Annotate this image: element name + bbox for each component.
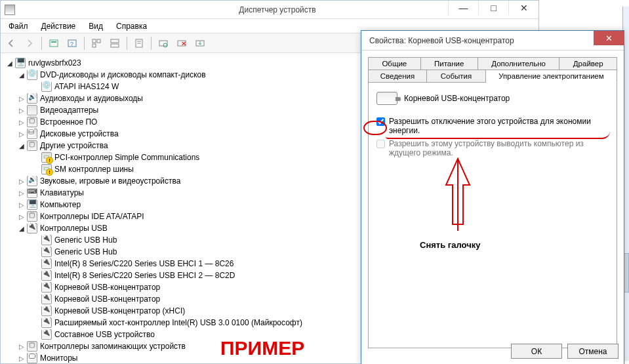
menu-view[interactable]: Вид [83,20,108,32]
tree-item-label: DVD-дисководы и дисководы компакт-дисков [40,70,206,79]
tree-expander-icon[interactable]: ▷ [18,106,26,114]
prop-close-button[interactable]: ✕ [594,31,624,45]
usb-icon [41,258,52,269]
cancel-button[interactable]: Отмена [567,344,619,359]
tree-item-label: Составное USB устройство [54,330,155,339]
tree-item-label: Встроенное ПО [40,117,97,127]
allow-turnoff-row: Разрешить отключение этого устройства дл… [376,117,609,135]
tree-expander-icon[interactable]: ◢ [18,142,26,150]
card-icon [41,164,52,174]
computer-icon [15,58,26,68]
svg-rect-4 [92,39,96,43]
menu-action[interactable]: Действие [36,20,81,32]
usb-icon [41,294,52,304]
tree-expander-icon[interactable]: ◢ [18,224,26,232]
toolbar-back-icon[interactable] [3,35,19,51]
tree-item-label: Клавиатуры [40,188,84,197]
tree-expander-none [32,331,40,338]
toolbar-sep [151,37,152,50]
tab-panel: Корневой USB-концентратор Разрешить откл… [368,83,617,348]
allow-wake-label: Разрешить этому устройству выводить комп… [389,139,609,157]
tab-power-mgmt[interactable]: Управление электропитанием [486,70,617,83]
tree-item-label: ruvlgwsbrfx023 [28,58,81,68]
close-button[interactable]: ✕ [508,1,538,15]
properties-dialog: Свойства: Корневой USB-концентратор ✕ Об… [361,30,624,364]
device-name: Корневой USB-концентратор [404,94,510,103]
tree-item-label: Компьютер [40,200,81,209]
usb-icon [41,329,52,340]
usb-icon [41,306,52,316]
tree-item-label: Корневой USB-концентратор (xHCI) [54,306,185,315]
tree-item-label: Intel(R) 8 Series/C220 Series USB EHCI 1… [54,259,233,268]
tree-expander-icon[interactable]: ▷ [18,354,26,362]
tree-expander-icon[interactable]: ▷ [18,94,26,102]
tree-expander-icon[interactable]: ▷ [18,342,26,350]
disc-icon [41,81,52,92]
toolbar-scan-hw-icon[interactable] [155,35,171,51]
allow-turnoff-label[interactable]: Разрешить отключение этого устройства дл… [389,117,609,135]
tree-expander-none [32,153,40,161]
maximize-button[interactable]: □ [478,1,508,15]
usb-icon [41,247,52,257]
prop-titlebar: Свойства: Корневой USB-концентратор ✕ [361,31,624,51]
sound-icon [27,176,37,186]
usb-icon [41,282,52,293]
tree-expander-icon[interactable]: ▷ [18,130,26,138]
tree-expander-icon[interactable]: ◢ [6,59,14,67]
tree-expander-icon[interactable]: ▷ [18,177,26,185]
underlying-scrollbar [624,253,629,293]
menu-help[interactable]: Справка [111,20,152,32]
keyboard-icon [27,188,37,198]
toolbar-by-type-icon[interactable] [89,35,104,51]
tree-item-label: Видеоадаптеры [40,106,98,115]
toolbar-forward-icon[interactable] [22,35,37,51]
usb-icon [41,270,52,281]
tree-expander-none [32,295,40,303]
svg-rect-5 [97,39,100,43]
toolbar-by-conn-icon[interactable] [107,35,123,51]
tree-item-label: Мониторы [40,354,77,363]
allow-wake-checkbox [376,140,385,148]
tree-item-label: Другие устройства [40,141,108,150]
dm-app-icon [5,5,15,15]
tab-general[interactable]: Общие [368,57,421,70]
tree-expander-icon[interactable]: ◢ [18,71,26,79]
tree-expander-none [32,272,40,279]
toolbar-sep [127,37,127,50]
tab-power[interactable]: Питание [421,57,478,70]
ok-button[interactable]: ОК [511,344,562,359]
svg-text:?: ? [70,41,73,47]
svg-text:✕: ✕ [181,40,186,47]
toolbar-help-icon[interactable]: ? [64,35,80,51]
allow-turnoff-checkbox[interactable] [376,117,385,126]
toolbar-uninstall-icon[interactable]: ✕ [174,35,190,51]
usb-hub-icon [376,92,397,105]
tree-item-label: PCI-контроллер Simple Communications [54,153,199,162]
svg-point-13 [163,43,167,47]
toolbar-show-hidden-icon[interactable] [46,35,62,51]
minimize-button[interactable]: — [448,1,478,15]
tree-item-label: Generic USB Hub [54,235,117,245]
video-icon [27,105,37,115]
tree-item-label: Контроллеры запоминающих устройств [40,342,186,351]
tree-expander-icon[interactable]: ▷ [18,189,26,197]
card-icon [41,152,52,163]
tree-item-label: Корневой USB-концентратор [54,294,160,304]
tab-advanced[interactable]: Дополнительно [478,57,560,70]
menu-file[interactable]: Файл [3,20,33,32]
toolbar-update-driver-icon[interactable] [192,35,208,51]
tab-events[interactable]: События [427,70,486,83]
tree-expander-none [32,165,40,173]
tree-item-label: ATAPI iHAS124 W [54,82,119,91]
tree-expander-icon[interactable]: ▷ [18,212,26,220]
toolbar-properties-icon[interactable] [131,35,147,51]
tree-expander-icon[interactable]: ▷ [18,201,26,209]
svg-rect-6 [92,44,96,47]
tab-details[interactable]: Сведения [368,70,427,83]
tree-expander-icon[interactable]: ▷ [18,118,26,126]
tree-expander-none [32,248,40,256]
tab-driver[interactable]: Драйвер [559,57,617,70]
usb-icon [41,317,52,328]
tree-expander-none [32,260,40,268]
tree-expander-none [32,283,40,291]
